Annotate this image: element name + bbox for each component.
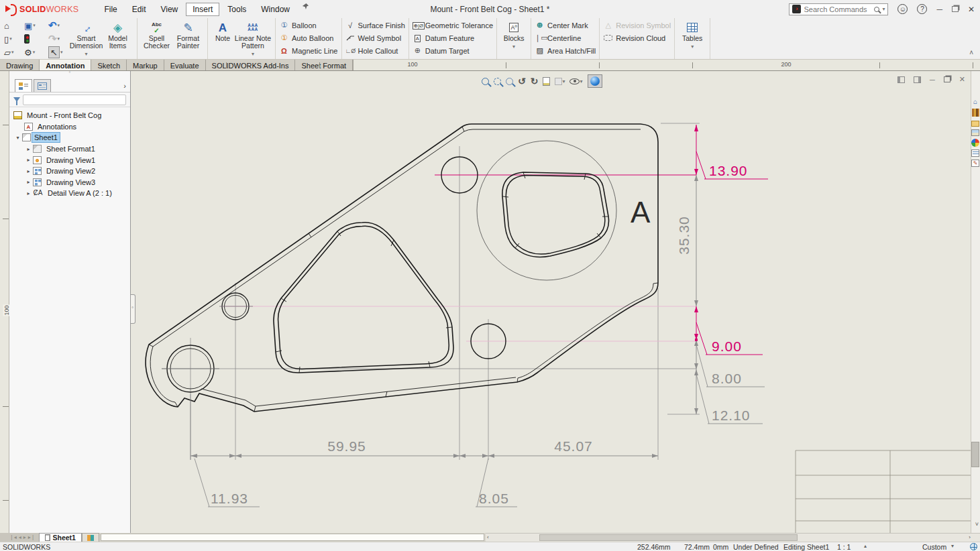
scroll-left-icon[interactable]: ‹ [487,534,489,540]
home-icon[interactable]: ⌂ [4,21,9,31]
search-dropdown-icon[interactable]: ▾ [882,6,885,12]
smart-dimension-button[interactable]: ↔ Smart Dimension ▾ [70,19,102,59]
tree-item-sheet-format1[interactable]: ▸ Sheet Format1 [13,143,130,155]
view-settings-button[interactable] [588,74,602,88]
graphics-area[interactable]: 13.90 35.30 9.00 8.00 [131,71,971,533]
tables-button[interactable]: Tables ▾ [678,19,706,59]
prev-sheet-icon[interactable]: ◂ [19,534,21,540]
feature-tree-tab[interactable] [15,79,32,92]
minimize-button[interactable]: ─ [936,5,942,14]
traffic-light-icon[interactable] [24,34,30,44]
sheet-properties-icon[interactable] [543,77,550,86]
appearances-icon[interactable] [971,139,979,147]
horizontal-scrollbar[interactable]: ‹ › [486,533,980,542]
note-button[interactable]: A Note [211,19,234,59]
redo-icon[interactable]: ↷ [48,33,57,45]
options-gear-icon[interactable]: ⚙ [24,48,32,58]
zoom-to-area-icon[interactable] [494,78,501,85]
detail-circle-a[interactable] [477,141,616,280]
save-dropdown-icon[interactable]: ▾ [33,23,36,28]
horizontal-scrollbar-thumb[interactable] [539,534,798,541]
home-taskpane-icon[interactable]: ⌂ [971,98,979,106]
vertical-scrollbar-thumb[interactable] [971,442,979,467]
dim-59-95[interactable]: 59.95 [327,438,366,454]
scroll-down-icon[interactable]: ˅ [975,521,979,528]
balloon-button[interactable]: ① Balloon [279,19,338,31]
select-dropdown-icon[interactable]: ▾ [60,50,63,55]
menu-insert[interactable]: Insert [186,3,219,16]
pin-menu-icon[interactable] [302,3,309,16]
dim-13-90[interactable]: 13.90 [696,151,768,179]
tab-annotation[interactable]: Annotation [40,60,91,70]
doc-minimize-icon[interactable]: ─ [930,76,935,84]
doc-restore-icon[interactable] [944,76,950,82]
linear-note-pattern-button[interactable]: AAAAAA Linear Note Pattern ▾ [234,19,272,59]
centerline-button[interactable]: ❘▭ Centerline [535,32,596,44]
tab-sketch[interactable]: Sketch [91,60,127,70]
forum-icon[interactable]: ✎ [971,160,979,167]
menu-edit[interactable]: Edit [125,3,153,16]
expand-arrow-icon[interactable]: ▸ [24,190,33,196]
first-sheet-icon[interactable]: ❘◂ [9,534,17,540]
close-button[interactable]: ✕ [968,5,975,14]
panel-expand-icon[interactable]: › [123,82,126,90]
dim-11-93[interactable]: 11.93 [195,458,260,507]
tree-item-annotations[interactable]: A Annotations [13,121,130,133]
units-dropdown-icon[interactable]: ▾ [951,543,954,549]
model-items-button[interactable]: ◈ Model Items [102,19,133,59]
options-dropdown-icon[interactable]: ▾ [33,50,36,55]
tab-markup[interactable]: Markup [127,60,164,70]
add-sheet-tab[interactable] [82,533,99,542]
auto-balloon-button[interactable]: ① Auto Balloon [279,32,338,44]
revision-cloud-button[interactable]: Revision Cloud [603,32,671,44]
tree-item-detail-view-a[interactable]: ▸ ȻA Detail View A (2 : 1) [13,188,130,199]
display-style-icon[interactable]: ▾ [555,78,565,85]
custom-properties-icon[interactable] [971,149,979,157]
scale-dropdown-icon[interactable]: ▴ [864,543,867,549]
tree-item-drawing-view3[interactable]: ▸ Drawing View3 [13,177,130,188]
drawing-sheet[interactable]: 13.90 35.30 9.00 8.00 [131,71,971,533]
panel-splitter-tab[interactable] [131,294,135,324]
detail-cutout[interactable] [502,172,609,257]
panel-grip-handle[interactable]: ° [9,71,130,78]
holes[interactable] [162,157,506,392]
search-input[interactable] [804,5,871,13]
design-library-icon[interactable] [972,109,979,117]
surface-finish-button[interactable]: √ Surface Finish [345,19,405,31]
tree-filter-input[interactable] [23,95,126,105]
blocks-button[interactable]: Aº Blocks ▾ [500,19,527,59]
status-globe-icon[interactable] [970,543,977,550]
expand-arrow-icon[interactable]: ▸ [24,157,33,163]
zoom-to-fit-icon[interactable] [482,78,489,85]
tree-item-drawing-view2[interactable]: ▸ Drawing View2 [13,166,130,177]
status-units[interactable]: Custom [922,543,946,551]
hide-show-items-icon[interactable]: ▾ [569,78,582,84]
menu-window[interactable]: Window [254,3,296,16]
datum-feature-button[interactable]: A Datum Feature [413,32,493,44]
user-account-icon[interactable]: ☺ [897,4,908,14]
view-palette-icon[interactable] [971,129,979,136]
geometric-tolerance-button[interactable]: ⊕|Ø Geometric Tolerance [413,19,493,31]
tab-evaluate[interactable]: Evaluate [164,60,206,70]
pane-left-icon[interactable] [897,76,905,83]
tree-item-sheet1[interactable]: ▾ Sheet1 [13,132,130,143]
menu-tools[interactable]: Tools [221,3,253,16]
new-dropdown-icon[interactable]: ▾ [9,36,12,42]
undo-dropdown-icon[interactable]: ▾ [58,23,60,28]
tab-drawing[interactable]: Drawing [0,60,40,70]
magnetic-line-button[interactable]: Ω Magnetic Line [279,45,338,56]
restore-button[interactable] [952,6,959,12]
rotate-view-icon[interactable]: ↺ [518,76,526,86]
detail-view-label[interactable]: A [631,196,651,229]
hole-callout-button[interactable]: ∟Ø Hole Callout [345,45,405,56]
datum-target-button[interactable]: ⊕ Datum Target [413,45,493,56]
tree-item-drawing-view1[interactable]: ▸ Drawing View1 [13,154,130,166]
save-icon[interactable]: ▣ [24,21,32,31]
ribbon-collapse-icon[interactable]: ˄ [969,49,973,56]
new-document-icon[interactable]: ▯ [4,34,9,44]
select-tool-button[interactable]: ↖ [48,46,60,58]
collapse-arrow-icon[interactable]: ▾ [13,135,22,141]
next-sheet-icon[interactable]: ▸ [23,534,26,540]
vertical-dimension-chain[interactable]: 13.90 35.30 9.00 8.00 [676,125,768,424]
sheet1-tab[interactable]: Sheet1 [39,533,81,542]
